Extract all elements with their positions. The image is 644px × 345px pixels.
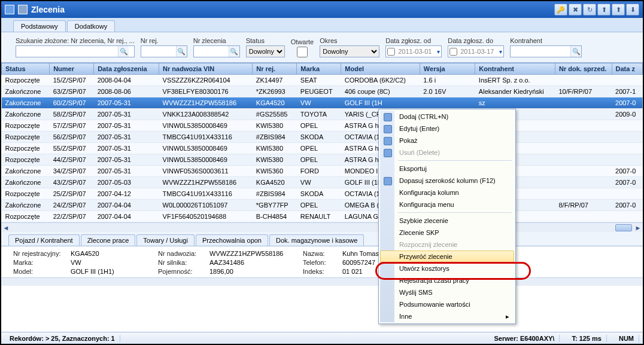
context-menu-item: Usuń (Delete) (380, 146, 514, 158)
grid: StatusNumerData zgłoszeniaNr nadwozia VI… (1, 63, 643, 222)
tool-key-icon[interactable]: 🔑 (554, 4, 567, 16)
context-menu-item[interactable]: Konfiguracja kolumn (380, 187, 514, 199)
detail-nrrej-label: Nr rejestracyjny: (13, 250, 67, 257)
filter-bar: Szukanie złożone: Nr zlecenia, Nr rej., … (1, 32, 643, 63)
scroll-thumb[interactable] (615, 224, 632, 231)
kontrahent-input[interactable] (511, 46, 570, 57)
tool-export-icon[interactable]: ⬆ (597, 4, 610, 16)
table-row[interactable]: Zakończone24/Z/SP/072007-04-04W0L000026T… (2, 200, 643, 211)
multi-search-label: Szukanie złożone: Nr zlecenia, Nr rej., … (16, 37, 135, 44)
table-row[interactable]: Rozpoczęte22/Z/SP/072007-04-04VF1F564052… (2, 211, 643, 222)
context-menu-item[interactable]: Dodaj (CTRL+N) (380, 111, 514, 123)
date-to-input[interactable]: ▾ (448, 45, 504, 57)
column-header[interactable]: Numer (50, 63, 94, 75)
status-select[interactable]: Dowolny (246, 45, 285, 57)
tab-dodatkowy[interactable]: Dodatkowy (67, 20, 115, 32)
context-menu-item[interactable]: Dopasuj szerokość kolumn (F12) (380, 175, 514, 187)
detail-tab[interactable]: Dok. magazynowe i kasowe (269, 234, 364, 246)
table-row[interactable]: Zakończone60/Z/SP/072007-05-31WVWZZZ1HZP… (2, 97, 643, 109)
context-menu-item[interactable]: Zlecenie SKP (380, 227, 514, 239)
detail-tab[interactable]: Zlecone prace (81, 234, 136, 246)
detail-tab[interactable]: Pojazd / Kontrahent (8, 234, 80, 246)
context-menu-item[interactable]: Konfiguracja menu (380, 199, 514, 210)
table-row[interactable]: Rozpoczęte55/Z/SP/072007-05-31VINW0L5385… (2, 143, 643, 154)
detail-poj-label: Pojemność: (158, 268, 206, 275)
kontrahent-label: Kontrahent (510, 37, 582, 44)
table-row[interactable]: Rozpoczęte15/Z/SP/072008-04-04VSSZZZ6KZ2… (2, 75, 643, 86)
tool-refresh-icon[interactable]: ↻ (583, 4, 596, 16)
column-header[interactable]: Model (341, 63, 420, 75)
nrzlec-input[interactable] (194, 46, 229, 57)
search-icon[interactable]: 🔍 (229, 46, 239, 57)
date-to-label: Data zgłosz. do (448, 37, 504, 44)
menu-item-icon (384, 137, 392, 145)
menu-item-icon (384, 149, 392, 157)
chevron-down-icon[interactable]: ▾ (499, 48, 502, 55)
detail-marka-value: VW (71, 259, 154, 266)
detail-silnik-label: Nr silnika: (158, 259, 206, 266)
table-row[interactable]: Rozpoczęte44/Z/SP/072007-05-31VINW0L5385… (2, 154, 643, 166)
tab-podstawowy[interactable]: Podstawowy (13, 20, 66, 32)
multi-search-input[interactable] (16, 46, 118, 57)
detail-tel-label: Telefon: (303, 259, 339, 266)
status-records: Rekordów: > 25, Zaznaczonych: 1 (5, 335, 120, 342)
scroll-right-icon[interactable]: ► (633, 224, 643, 231)
status-time: T: 125 ms (567, 335, 607, 342)
nrrej-input[interactable] (141, 46, 176, 57)
detail-nadwozia-value: WVWZZZ1HZPW558186 (209, 250, 299, 257)
context-menu-item[interactable]: Eksportuj (380, 163, 514, 175)
table-row[interactable]: Zakończone43/Z/SP/072007-05-03WVWZZZ1HZP… (2, 177, 643, 188)
column-header[interactable]: Marka (297, 63, 341, 75)
grid-header[interactable]: StatusNumerData zgłoszeniaNr nadwozia VI… (2, 63, 643, 75)
detail-pane: Nr rejestracyjny: KGA4520 Nr nadwozia: W… (1, 246, 643, 277)
context-menu-item[interactable]: Utwórz kosztorys (380, 262, 514, 274)
table-row[interactable]: Zakończone58/Z/SP/072007-05-31VNKK123A00… (2, 109, 643, 120)
table-row[interactable]: Rozpoczęte25/Z/SP/072007-04-12TMBCG41U91… (2, 188, 643, 200)
context-menu-item[interactable]: Inne▸ (380, 310, 514, 322)
column-header[interactable]: Kontrahent (475, 63, 555, 75)
date-from-input[interactable]: ▾ (385, 45, 442, 57)
detail-scrollbar[interactable] (1, 277, 643, 286)
detail-nrrej-value: KGA4520 (71, 250, 154, 257)
tool-settings-icon[interactable]: ✖ (569, 4, 582, 16)
table-row[interactable]: Rozpoczęte57/Z/SP/072007-05-31VINW0L5385… (2, 120, 643, 132)
context-menu-item[interactable]: Edytuj (Enter) (380, 123, 514, 135)
context-menu-item[interactable]: Podsumowanie wartości (380, 298, 514, 310)
column-header[interactable]: Data z (612, 63, 642, 75)
open-checkbox[interactable] (291, 47, 314, 57)
column-header[interactable]: Nr rej. (253, 63, 297, 75)
menu-item-icon (384, 113, 392, 121)
search-icon[interactable]: 🔍 (570, 46, 581, 57)
tool-down-icon[interactable]: ⬇ (626, 4, 639, 16)
context-menu-item[interactable]: Wyślij SMS (380, 286, 514, 298)
context-menu-item[interactable]: Pokaż (380, 135, 514, 146)
table-row[interactable]: Rozpoczęte56/Z/SP/072007-05-31TMBCG41U91… (2, 132, 643, 143)
column-header[interactable]: Wersja (420, 63, 475, 75)
column-header[interactable]: Nr dok. sprzed. (555, 63, 612, 75)
menu-item-icon (384, 125, 392, 133)
column-header[interactable]: Status (2, 63, 50, 75)
chevron-down-icon[interactable]: ▾ (437, 48, 440, 55)
main-tabs: Podstawowy Dodatkowy (1, 18, 643, 32)
tool-up-icon[interactable]: ⬆ (612, 4, 625, 16)
detail-tab[interactable]: Towary / Usługi (136, 234, 195, 246)
column-header[interactable]: Data zgłoszenia (94, 63, 159, 75)
detail-tab[interactable]: Przechowalnia opon (196, 234, 268, 246)
table-row[interactable]: Zakończone34/Z/SP/072007-05-31VINWF0536S… (2, 166, 643, 177)
scroll-left-icon[interactable]: ◄ (1, 224, 11, 231)
okres-label: Okres (320, 37, 379, 44)
context-menu-item[interactable]: Rejestracja czasu pracy (380, 274, 514, 286)
search-icon[interactable]: 🔍 (176, 46, 187, 57)
search-icon[interactable]: 🔍 (118, 46, 129, 57)
detail-poj-value: 1896,00 (209, 268, 299, 275)
nrzlec-label: Nr zlecenia (193, 37, 240, 44)
context-menu-item[interactable]: Szybkie zlecenie (380, 215, 514, 227)
context-menu-item[interactable]: Przywróć zlecenie (380, 251, 514, 262)
open-label: Otwarte (291, 38, 314, 45)
table-row[interactable]: Zakończone63/Z/SP/072008-08-06VF38ELFYE8… (2, 86, 643, 97)
column-header[interactable]: Nr nadwozia VIN (159, 63, 253, 75)
detail-model-label: Model: (13, 268, 67, 275)
horizontal-scrollbar[interactable]: ◄ ► (1, 222, 643, 232)
chevron-right-icon: ▸ (506, 313, 509, 320)
okres-select[interactable]: Dowolny (320, 45, 379, 57)
